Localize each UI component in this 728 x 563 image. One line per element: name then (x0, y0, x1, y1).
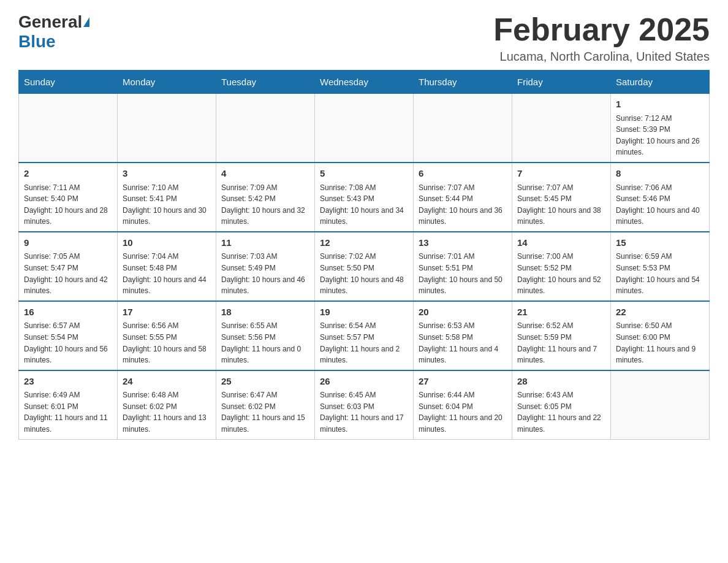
day-number: 5 (320, 167, 408, 181)
day-number: 2 (24, 167, 112, 181)
day-info: Sunrise: 6:52 AMSunset: 5:59 PMDaylight:… (517, 320, 605, 366)
calendar-cell: 9Sunrise: 7:05 AMSunset: 5:47 PMDaylight… (19, 232, 118, 301)
day-number: 25 (221, 375, 309, 389)
day-number: 16 (24, 305, 112, 320)
calendar-cell: 6Sunrise: 7:07 AMSunset: 5:44 PMDaylight… (414, 163, 512, 232)
calendar-week-2: 2Sunrise: 7:11 AMSunset: 5:40 PMDaylight… (19, 163, 710, 232)
weekday-header-monday: Monday (118, 71, 216, 94)
day-info: Sunrise: 6:54 AMSunset: 5:57 PMDaylight:… (320, 320, 408, 366)
calendar-week-3: 9Sunrise: 7:05 AMSunset: 5:47 PMDaylight… (19, 232, 710, 301)
day-number: 12 (320, 236, 408, 250)
location: Lucama, North Carolina, United States (493, 50, 710, 64)
calendar-cell: 13Sunrise: 7:01 AMSunset: 5:51 PMDayligh… (414, 232, 512, 301)
day-number: 15 (616, 236, 704, 250)
day-info: Sunrise: 7:11 AMSunset: 5:40 PMDaylight:… (24, 182, 112, 228)
day-info: Sunrise: 7:01 AMSunset: 5:51 PMDaylight:… (419, 251, 507, 296)
weekday-header-thursday: Thursday (414, 71, 512, 94)
day-info: Sunrise: 7:04 AMSunset: 5:48 PMDaylight:… (123, 251, 211, 296)
calendar-table: SundayMondayTuesdayWednesdayThursdayFrid… (18, 70, 710, 439)
day-info: Sunrise: 6:47 AMSunset: 6:02 PMDaylight:… (221, 389, 309, 435)
day-info: Sunrise: 6:53 AMSunset: 5:58 PMDaylight:… (419, 320, 507, 366)
day-number: 3 (123, 167, 211, 181)
day-number: 23 (24, 375, 112, 389)
day-number: 19 (320, 305, 408, 320)
calendar-cell: 27Sunrise: 6:44 AMSunset: 6:04 PMDayligh… (414, 370, 512, 439)
calendar-cell: 26Sunrise: 6:45 AMSunset: 6:03 PMDayligh… (315, 370, 414, 439)
calendar-cell: 1Sunrise: 7:12 AMSunset: 5:39 PMDaylight… (611, 94, 710, 163)
weekday-header-wednesday: Wednesday (315, 71, 414, 94)
day-info: Sunrise: 7:09 AMSunset: 5:42 PMDaylight:… (221, 182, 309, 228)
calendar-week-5: 23Sunrise: 6:49 AMSunset: 6:01 PMDayligh… (19, 370, 710, 439)
calendar-week-1: 1Sunrise: 7:12 AMSunset: 5:39 PMDaylight… (19, 94, 710, 163)
day-info: Sunrise: 6:45 AMSunset: 6:03 PMDaylight:… (320, 389, 408, 435)
calendar-cell: 5Sunrise: 7:08 AMSunset: 5:43 PMDaylight… (315, 163, 414, 232)
logo: General Blue (18, 12, 91, 52)
calendar-cell: 20Sunrise: 6:53 AMSunset: 5:58 PMDayligh… (414, 301, 512, 370)
calendar-cell: 3Sunrise: 7:10 AMSunset: 5:41 PMDaylight… (118, 163, 216, 232)
calendar-cell: 21Sunrise: 6:52 AMSunset: 5:59 PMDayligh… (512, 301, 611, 370)
calendar-cell: 2Sunrise: 7:11 AMSunset: 5:40 PMDaylight… (19, 163, 118, 232)
calendar-cell: 28Sunrise: 6:43 AMSunset: 6:05 PMDayligh… (512, 370, 611, 439)
day-number: 6 (419, 167, 507, 181)
day-info: Sunrise: 7:12 AMSunset: 5:39 PMDaylight:… (616, 113, 704, 158)
day-info: Sunrise: 6:57 AMSunset: 5:54 PMDaylight:… (24, 320, 112, 366)
month-title: February 2025 (493, 12, 710, 47)
day-number: 26 (320, 375, 408, 389)
day-number: 17 (123, 305, 211, 320)
calendar-cell: 8Sunrise: 7:06 AMSunset: 5:46 PMDaylight… (611, 163, 710, 232)
calendar-cell: 7Sunrise: 7:07 AMSunset: 5:45 PMDaylight… (512, 163, 611, 232)
weekday-header-tuesday: Tuesday (216, 71, 315, 94)
calendar-cell: 18Sunrise: 6:55 AMSunset: 5:56 PMDayligh… (216, 301, 315, 370)
day-number: 9 (24, 236, 112, 250)
day-info: Sunrise: 6:59 AMSunset: 5:53 PMDaylight:… (616, 251, 704, 296)
page-header: General Blue February 2025 Lucama, North… (18, 12, 710, 64)
calendar-cell (118, 94, 216, 163)
day-info: Sunrise: 7:07 AMSunset: 5:45 PMDaylight:… (517, 182, 605, 228)
day-number: 21 (517, 305, 605, 320)
day-info: Sunrise: 6:55 AMSunset: 5:56 PMDaylight:… (221, 320, 309, 366)
day-info: Sunrise: 6:49 AMSunset: 6:01 PMDaylight:… (24, 389, 112, 435)
calendar-cell (315, 94, 414, 163)
calendar-cell: 23Sunrise: 6:49 AMSunset: 6:01 PMDayligh… (19, 370, 118, 439)
day-info: Sunrise: 6:43 AMSunset: 6:05 PMDaylight:… (517, 389, 605, 435)
day-info: Sunrise: 7:07 AMSunset: 5:44 PMDaylight:… (419, 182, 507, 228)
calendar-cell: 19Sunrise: 6:54 AMSunset: 5:57 PMDayligh… (315, 301, 414, 370)
calendar-cell (19, 94, 118, 163)
calendar-cell (216, 94, 315, 163)
logo-triangle-icon (83, 17, 89, 27)
day-number: 20 (419, 305, 507, 320)
calendar-cell: 12Sunrise: 7:02 AMSunset: 5:50 PMDayligh… (315, 232, 414, 301)
calendar-cell: 25Sunrise: 6:47 AMSunset: 6:02 PMDayligh… (216, 370, 315, 439)
day-number: 13 (419, 236, 507, 250)
calendar-cell: 4Sunrise: 7:09 AMSunset: 5:42 PMDaylight… (216, 163, 315, 232)
calendar-cell (611, 370, 710, 439)
calendar-cell: 15Sunrise: 6:59 AMSunset: 5:53 PMDayligh… (611, 232, 710, 301)
day-number: 1 (616, 98, 704, 112)
day-number: 7 (517, 167, 605, 181)
weekday-header-sunday: Sunday (19, 71, 118, 94)
day-number: 10 (123, 236, 211, 250)
calendar-cell: 24Sunrise: 6:48 AMSunset: 6:02 PMDayligh… (118, 370, 216, 439)
day-info: Sunrise: 6:48 AMSunset: 6:02 PMDaylight:… (123, 389, 211, 435)
day-info: Sunrise: 7:10 AMSunset: 5:41 PMDaylight:… (123, 182, 211, 228)
calendar-cell: 14Sunrise: 7:00 AMSunset: 5:52 PMDayligh… (512, 232, 611, 301)
calendar-cell: 11Sunrise: 7:03 AMSunset: 5:49 PMDayligh… (216, 232, 315, 301)
logo-blue-text: Blue (18, 32, 56, 51)
title-section: February 2025 Lucama, North Carolina, Un… (493, 12, 710, 64)
calendar-cell: 22Sunrise: 6:50 AMSunset: 6:00 PMDayligh… (611, 301, 710, 370)
day-info: Sunrise: 7:00 AMSunset: 5:52 PMDaylight:… (517, 251, 605, 296)
day-info: Sunrise: 7:06 AMSunset: 5:46 PMDaylight:… (616, 182, 704, 228)
weekday-header-row: SundayMondayTuesdayWednesdayThursdayFrid… (19, 71, 710, 94)
day-number: 27 (419, 375, 507, 389)
day-number: 18 (221, 305, 309, 320)
day-info: Sunrise: 6:56 AMSunset: 5:55 PMDaylight:… (123, 320, 211, 366)
calendar-cell: 16Sunrise: 6:57 AMSunset: 5:54 PMDayligh… (19, 301, 118, 370)
calendar-week-4: 16Sunrise: 6:57 AMSunset: 5:54 PMDayligh… (19, 301, 710, 370)
day-number: 22 (616, 305, 704, 320)
calendar-cell (414, 94, 512, 163)
calendar-cell: 17Sunrise: 6:56 AMSunset: 5:55 PMDayligh… (118, 301, 216, 370)
calendar-cell (512, 94, 611, 163)
day-number: 24 (123, 375, 211, 389)
day-info: Sunrise: 7:03 AMSunset: 5:49 PMDaylight:… (221, 251, 309, 296)
day-number: 8 (616, 167, 704, 181)
